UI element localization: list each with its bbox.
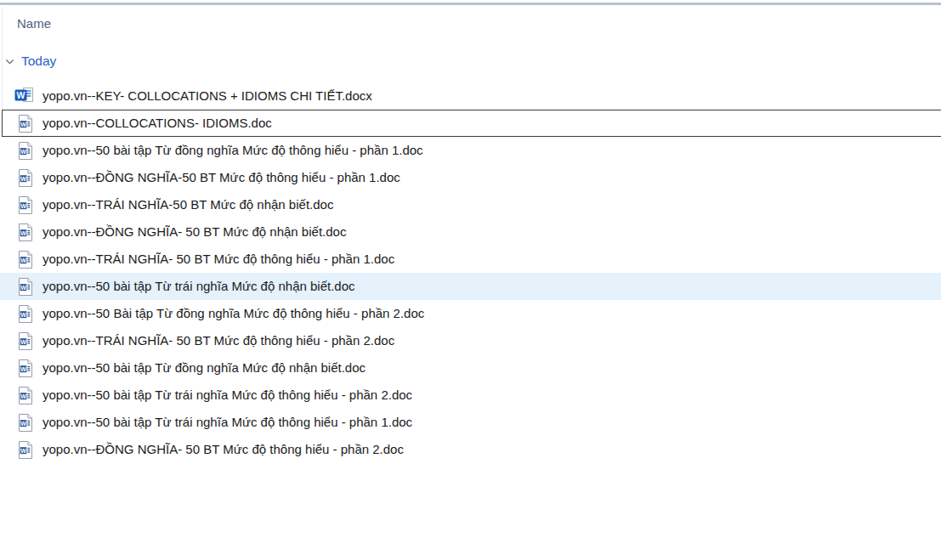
file-name: yopo.vn--50 bài tập Từ trái nghĩa Mức độ…: [43, 382, 412, 409]
word-docx-icon: W: [14, 87, 35, 106]
file-name: yopo.vn--ĐỒNG NGHĨA- 50 BT Mức độ thông …: [43, 436, 404, 463]
file-list: W yopo.vn--KEY- COLLOCATIONS + IDIOMS CH…: [0, 82, 941, 463]
file-row[interactable]: W yopo.vn--ĐỒNG NGHĨA- 50 BT Mức độ thôn…: [0, 436, 941, 463]
svg-text:W: W: [20, 447, 26, 453]
word-doc-icon: W: [14, 331, 35, 351]
file-row[interactable]: W yopo.vn--TRÁI NGHĨA- 50 BT Mức độ thôn…: [0, 327, 941, 354]
chevron-down-icon[interactable]: [3, 55, 15, 67]
word-doc-icon: W: [14, 413, 35, 433]
svg-text:W: W: [20, 311, 26, 317]
file-name: yopo.vn--50 bài tập Từ đồng nghĩa Mức độ…: [43, 137, 423, 164]
svg-text:W: W: [20, 202, 26, 208]
file-name: yopo.vn--50 bài tập Từ đồng nghĩa Mức độ…: [43, 354, 366, 382]
file-row[interactable]: W yopo.vn--KEY- COLLOCATIONS + IDIOMS CH…: [0, 82, 941, 110]
file-name: yopo.vn--TRÁI NGHĨA- 50 BT Mức độ thông …: [43, 246, 394, 273]
file-row[interactable]: W yopo.vn--TRÁI NGHĨA-50 BT Mức độ nhận …: [0, 191, 941, 218]
group-label: Today: [21, 54, 56, 69]
file-name: yopo.vn--ĐỒNG NGHĨA-50 BT Mức độ thông h…: [43, 164, 400, 191]
svg-text:W: W: [20, 257, 26, 263]
word-doc-icon: W: [14, 386, 35, 405]
file-row[interactable]: W yopo.vn--ĐỒNG NGHĨA- 50 BT Mức độ nhận…: [0, 218, 941, 246]
file-explorer-list-view: Name Today W yopo.vn--KEY- COLLOCATIONS …: [0, 0, 941, 560]
file-row[interactable]: W yopo.vn--50 Bài tập Từ đồng nghĩa Mức …: [0, 300, 941, 327]
file-name: yopo.vn--TRÁI NGHĨA- 50 BT Mức độ thông …: [43, 327, 394, 354]
svg-text:W: W: [20, 420, 26, 426]
file-row[interactable]: W yopo.vn--50 bài tập Từ đồng nghĩa Mức …: [0, 137, 941, 164]
svg-text:W: W: [20, 121, 26, 127]
svg-text:W: W: [20, 338, 26, 344]
svg-text:W: W: [20, 175, 26, 181]
word-doc-icon: W: [14, 250, 35, 269]
file-name: yopo.vn--COLLOCATIONS- IDIOMS.doc: [43, 110, 272, 137]
file-row[interactable]: W yopo.vn--ĐỒNG NGHĨA-50 BT Mức độ thông…: [0, 164, 941, 191]
file-name: yopo.vn--50 Bài tập Từ đồng nghĩa Mức độ…: [43, 300, 424, 327]
group-header-today[interactable]: Today: [3, 54, 56, 69]
top-divider: [0, 3, 941, 5]
file-name: yopo.vn--ĐỒNG NGHĨA- 50 BT Mức độ nhận b…: [43, 218, 346, 246]
file-name: yopo.vn--50 bài tập Từ trái nghĩa Mức độ…: [43, 273, 355, 300]
word-doc-icon: W: [14, 195, 35, 215]
file-name: yopo.vn--KEY- COLLOCATIONS + IDIOMS CHI …: [43, 82, 372, 110]
svg-text:W: W: [17, 90, 26, 100]
svg-text:W: W: [20, 148, 26, 154]
file-row[interactable]: W yopo.vn--50 bài tập Từ trái nghĩa Mức …: [0, 409, 941, 436]
file-row[interactable]: W yopo.vn--50 bài tập Từ trái nghĩa Mức …: [0, 382, 941, 409]
word-doc-icon: W: [14, 277, 35, 297]
name-column-header[interactable]: Name: [17, 16, 51, 31]
file-row[interactable]: W yopo.vn--50 bài tập Từ trái nghĩa Mức …: [0, 273, 941, 300]
svg-text:W: W: [20, 229, 26, 235]
word-doc-icon: W: [14, 114, 35, 133]
svg-text:W: W: [20, 284, 26, 290]
svg-text:W: W: [20, 365, 26, 371]
word-doc-icon: W: [14, 168, 35, 188]
svg-text:W: W: [20, 393, 26, 399]
word-doc-icon: W: [14, 440, 35, 460]
file-row[interactable]: W yopo.vn--50 bài tập Từ đồng nghĩa Mức …: [0, 354, 941, 382]
word-doc-icon: W: [14, 359, 35, 378]
file-name: yopo.vn--50 bài tập Từ trái nghĩa Mức độ…: [43, 409, 412, 436]
file-row[interactable]: W yopo.vn--COLLOCATIONS- IDIOMS.doc: [0, 110, 941, 137]
word-doc-icon: W: [14, 223, 35, 242]
word-doc-icon: W: [14, 304, 35, 324]
word-doc-icon: W: [14, 141, 35, 161]
file-name: yopo.vn--TRÁI NGHĨA-50 BT Mức độ nhận bi…: [43, 191, 333, 218]
file-row[interactable]: W yopo.vn--TRÁI NGHĨA- 50 BT Mức độ thôn…: [0, 246, 941, 273]
